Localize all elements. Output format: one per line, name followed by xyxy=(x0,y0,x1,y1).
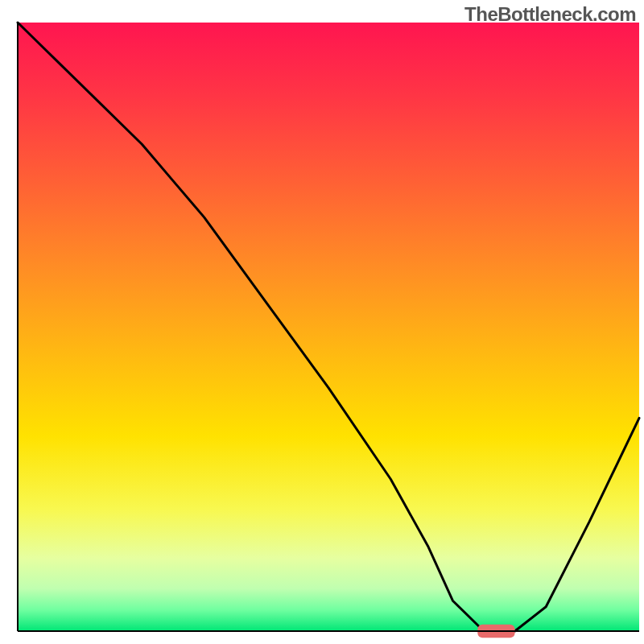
bottleneck-chart xyxy=(0,0,644,644)
chart-container: TheBottleneck.com xyxy=(0,0,644,644)
